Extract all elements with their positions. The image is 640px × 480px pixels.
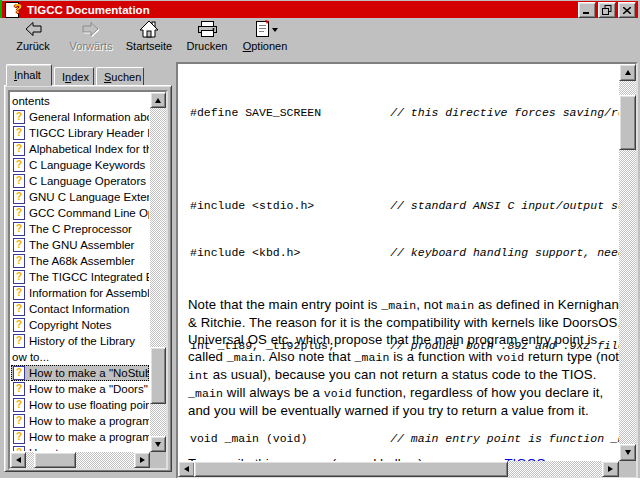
tree-item[interactable]: ?How to make a program w (11, 413, 149, 429)
topic-icon: ? (13, 158, 25, 172)
back-arrow-icon (22, 19, 44, 39)
forward-button[interactable]: Vorwärts (62, 18, 120, 59)
tree-item-label: GNU C Language Extens (29, 191, 149, 203)
restore-button[interactable] (598, 2, 616, 18)
scroll-down-button[interactable] (619, 444, 636, 461)
tree-item-label: Copyright Notes (29, 319, 111, 331)
tree-item[interactable]: ?The TIGCC Integrated Er (11, 269, 149, 285)
code-line: #include <kbd.h> // keyboard handling su… (190, 245, 619, 261)
topic-content-panel: #define SAVE_SCREEN // this directive fo… (176, 62, 638, 479)
tree-item-label: ontents (12, 95, 50, 107)
code-text: void _main (void) (190, 432, 390, 445)
left-arrow-icon (16, 457, 21, 463)
topic-icon: ? (13, 238, 25, 252)
tree-item[interactable]: ?How to (11, 445, 149, 451)
tree-item[interactable]: ?Information for Assembly I (11, 285, 149, 301)
content-horizontal-scrollbar[interactable] (178, 461, 619, 477)
tree-item[interactable]: ow to... (11, 349, 149, 365)
toolbar: Zurück Vorwärts Startseite Drucken Optio… (2, 18, 638, 60)
tree-item-label: How to make a "Doors" ( (29, 383, 149, 395)
back-button-label: Zurück (16, 40, 50, 52)
scroll-left-button[interactable] (178, 461, 195, 477)
topic-icon: ? (13, 398, 25, 412)
up-arrow-icon (625, 70, 631, 75)
tree-item-selected[interactable]: ?How to make a "NoStub" (11, 365, 149, 381)
scroll-right-button[interactable] (602, 461, 619, 477)
tree-item[interactable]: ?Contact Information (11, 301, 149, 317)
tab-inhalt-label: nhalt (17, 69, 41, 81)
home-button[interactable]: Startseite (120, 18, 178, 59)
scroll-thumb[interactable] (34, 452, 76, 468)
tree-item[interactable]: ontents (11, 93, 149, 109)
tree-item[interactable]: ?How to make a program w (11, 429, 149, 445)
topic-content: #define SAVE_SCREEN // this directive fo… (178, 64, 619, 461)
back-button[interactable]: Zurück (4, 18, 62, 59)
tree-item-label: Information for Assembly I (29, 287, 149, 299)
code-text: #include <kbd.h> (190, 246, 390, 259)
scroll-thumb[interactable] (150, 347, 166, 404)
scroll-up-button[interactable] (150, 92, 166, 108)
tree-item[interactable]: ?The C Preprocessor (11, 221, 149, 237)
window-controls (578, 2, 636, 18)
print-button[interactable]: Drucken (178, 18, 236, 59)
tab-index[interactable]: Index (54, 67, 94, 86)
up-arrow-icon (155, 98, 161, 103)
tree-item[interactable]: ?Alphabetical Index for the (11, 141, 149, 157)
topic-icon: ? (13, 414, 25, 428)
tree-item[interactable]: ?C Language Keywords (11, 157, 149, 173)
restore-icon (602, 5, 612, 15)
inline-code: void (496, 351, 524, 364)
tab-suchen[interactable]: Suchen (96, 67, 144, 86)
toc-horizontal-scrollbar[interactable] (10, 452, 150, 468)
tree-item[interactable]: ?TIGCC Library Header Fil (11, 125, 149, 141)
tree-item[interactable]: ?General Information abou (11, 109, 149, 125)
close-button[interactable] (618, 2, 636, 18)
tree-item[interactable]: ?Copyright Notes (11, 317, 149, 333)
tab-inhalt[interactable]: Inhalt (6, 64, 52, 86)
tree-item[interactable]: ?The A68k Assembler (11, 253, 149, 269)
help-file-icon: ? (5, 2, 19, 18)
minimize-icon (583, 6, 591, 14)
inline-code: _main (381, 299, 416, 312)
content-vertical-scrollbar[interactable] (619, 64, 636, 461)
left-arrow-icon (184, 466, 189, 472)
scroll-left-button[interactable] (10, 452, 26, 468)
topic-icon: ? (13, 430, 25, 444)
tree-item-label: C Language Keywords (29, 159, 145, 171)
tree-item[interactable]: ?GNU C Language Extens (11, 189, 149, 205)
topic-icon: ? (13, 286, 25, 300)
minimize-button[interactable] (578, 2, 596, 18)
options-button[interactable]: Optionen (236, 18, 294, 59)
topic-icon: ? (13, 190, 25, 204)
tree-item-label: GCC Command Line Opti (29, 207, 149, 219)
code-text: #define SAVE_SCREEN (190, 106, 390, 119)
topic-icon: ? (13, 334, 25, 348)
scroll-right-button[interactable] (134, 452, 150, 468)
inline-code: int (188, 369, 209, 382)
scroll-thumb[interactable] (194, 461, 508, 477)
paragraph-text: is a function with (389, 349, 496, 364)
tree-item[interactable]: ?The GNU Assembler (11, 237, 149, 253)
topic-icon: ? (13, 270, 25, 284)
toc-listbox: ontents ?General Information abou ?TIGCC… (8, 90, 168, 470)
right-arrow-icon (140, 457, 145, 463)
scroll-up-button[interactable] (619, 64, 636, 81)
contents-tab-page: ontents ?General Information abou ?TIGCC… (4, 85, 172, 472)
paragraph-text: . Also note that (262, 349, 355, 364)
scroll-thumb[interactable] (619, 95, 636, 150)
tree-item[interactable]: ?How to use floating point (11, 397, 149, 413)
scroll-down-button[interactable] (150, 436, 166, 452)
home-icon (138, 19, 160, 39)
tree-item[interactable]: ?GCC Command Line Opti (11, 205, 149, 221)
toc-vertical-scrollbar[interactable] (150, 92, 166, 452)
tree-item[interactable]: ?C Language Operators & (11, 173, 149, 189)
topic-icon: ? (13, 254, 25, 268)
home-button-label: Startseite (126, 40, 172, 52)
code-line: #define SAVE_SCREEN // this directive fo… (190, 105, 619, 121)
tree-item[interactable]: ?How to make a "Doors" ( (11, 381, 149, 397)
tree-item[interactable]: ?History of the Library (11, 333, 149, 349)
close-icon (623, 7, 631, 14)
paragraph-text: , not (416, 297, 446, 312)
options-page-icon (252, 19, 279, 39)
tree-item-label: How to make a program w (29, 415, 149, 427)
